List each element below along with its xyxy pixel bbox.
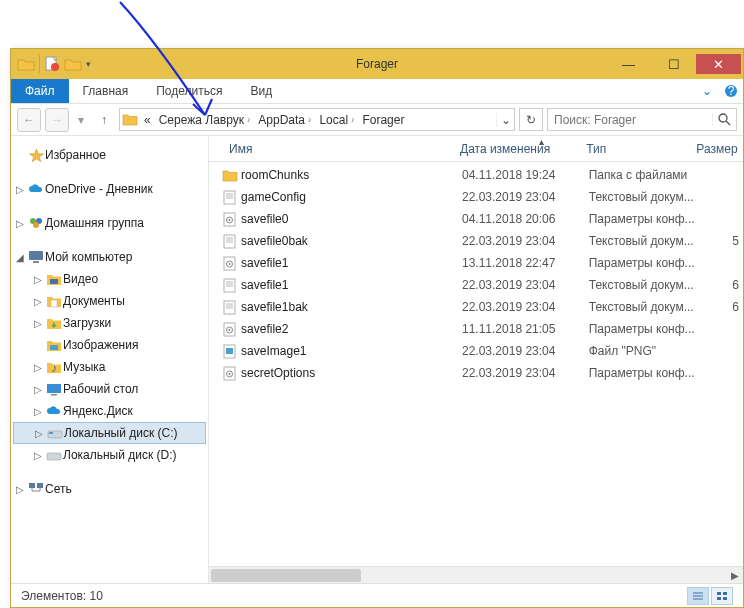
breadcrumb-item[interactable]: Local›: [315, 113, 358, 127]
new-file-icon[interactable]: [44, 56, 60, 72]
minimize-button[interactable]: —: [606, 54, 651, 74]
scrollbar-thumb[interactable]: [211, 569, 361, 582]
search-input[interactable]: [548, 113, 712, 127]
expander-icon[interactable]: ▷: [31, 450, 45, 461]
sidebar-onedrive[interactable]: ▷ OneDrive - Дневник: [13, 178, 206, 200]
navigation-pane[interactable]: Избранное ▷ OneDrive - Дневник ▷ Домашня…: [11, 136, 209, 583]
tab-view[interactable]: Вид: [236, 79, 286, 103]
status-elements-count: 10: [90, 589, 103, 603]
file-row[interactable]: savefile122.03.2019 23:04Текстовый докум…: [209, 274, 743, 296]
address-bar[interactable]: « Сережа Лаврук› AppData› Local› Forager…: [119, 108, 515, 131]
maximize-button[interactable]: ☐: [651, 54, 696, 74]
refresh-button[interactable]: ↻: [519, 108, 543, 131]
expander-icon[interactable]: ▷: [13, 184, 27, 195]
file-icon: [221, 300, 239, 315]
sidebar-item-label: Домашняя группа: [45, 216, 144, 230]
file-date: 22.03.2019 23:04: [462, 190, 589, 204]
sidebar-desktop[interactable]: ▷ Рабочий стол: [13, 378, 206, 400]
breadcrumb-item[interactable]: Сережа Лаврук›: [155, 113, 255, 127]
view-details-button[interactable]: [687, 587, 709, 605]
tab-home[interactable]: Главная: [69, 79, 143, 103]
forward-button[interactable]: →: [45, 108, 69, 132]
view-icons-button[interactable]: [711, 587, 733, 605]
sidebar-documents[interactable]: ▷ Документы: [13, 290, 206, 312]
ribbon-collapse-icon[interactable]: ⌄: [695, 79, 719, 103]
sidebar-mycomputer[interactable]: ◢ Мой компьютер: [13, 246, 206, 268]
back-button[interactable]: ←: [17, 108, 41, 132]
up-button[interactable]: ↑: [93, 109, 115, 131]
column-header-type[interactable]: Тип: [578, 142, 688, 156]
search-icon[interactable]: [712, 113, 736, 126]
expander-icon[interactable]: ▷: [31, 384, 45, 395]
file-date: 22.03.2019 23:04: [462, 344, 589, 358]
column-header-name[interactable]: Имя: [221, 142, 452, 156]
file-name: secretOptions: [239, 366, 462, 380]
sidebar-favorites[interactable]: Избранное: [13, 144, 206, 166]
breadcrumb-item[interactable]: Forager: [358, 113, 408, 127]
scroll-right-icon[interactable]: ▶: [726, 567, 743, 583]
expander-icon[interactable]: ▷: [31, 318, 45, 329]
file-row[interactable]: savefile004.11.2018 20:06Параметры конф.…: [209, 208, 743, 230]
columns-header[interactable]: ▴ Имя Дата изменения Тип Размер: [209, 136, 743, 162]
help-icon[interactable]: ?: [719, 79, 743, 103]
file-name: roomChunks: [239, 168, 462, 182]
file-row[interactable]: savefile0bak22.03.2019 23:04Текстовый до…: [209, 230, 743, 252]
explorer-window: ▾ Forager — ☐ ✕ Файл Главная Поделиться …: [10, 48, 744, 608]
svg-rect-22: [37, 483, 43, 488]
sidebar-homegroup[interactable]: ▷ Домашняя группа: [13, 212, 206, 234]
file-row[interactable]: gameConfig22.03.2019 23:04Текстовый доку…: [209, 186, 743, 208]
qat-dropdown-icon[interactable]: ▾: [86, 59, 91, 69]
expander-icon[interactable]: ◢: [13, 252, 27, 263]
breadcrumb-item[interactable]: AppData›: [254, 113, 315, 127]
sidebar-yandex-disk[interactable]: ▷ Яндекс.Диск: [13, 400, 206, 422]
sidebar-pictures[interactable]: Изображения: [13, 334, 206, 356]
sidebar-item-label: Загрузки: [63, 316, 111, 330]
file-row[interactable]: savefile211.11.2018 21:05Параметры конф.…: [209, 318, 743, 340]
column-header-size[interactable]: Размер: [688, 142, 743, 156]
expander-icon[interactable]: ▷: [32, 428, 46, 439]
close-button[interactable]: ✕: [696, 54, 741, 74]
file-row[interactable]: savefile113.11.2018 22:47Параметры конф.…: [209, 252, 743, 274]
expander-icon[interactable]: ▷: [31, 362, 45, 373]
history-dropdown-icon[interactable]: ▾: [73, 108, 89, 132]
svg-rect-17: [51, 394, 57, 396]
sort-indicator-icon: ▴: [539, 136, 544, 147]
sidebar-downloads[interactable]: ▷ Загрузки: [13, 312, 206, 334]
expander-icon[interactable]: ▷: [13, 484, 27, 495]
expander-icon[interactable]: ▷: [31, 406, 45, 417]
file-row[interactable]: saveImage122.03.2019 23:04Файл "PNG": [209, 340, 743, 362]
sidebar-item-label: Локальный диск (C:): [64, 426, 178, 440]
file-row[interactable]: roomChunks04.11.2018 19:24Папка с файлам…: [209, 164, 743, 186]
svg-rect-56: [717, 592, 721, 595]
drive-icon: [45, 449, 63, 462]
svg-rect-19: [49, 432, 53, 434]
sidebar-drive-c[interactable]: ▷ Локальный диск (C:): [13, 422, 206, 444]
sidebar-videos[interactable]: ▷ Видео: [13, 268, 206, 290]
folder-icon: [45, 317, 63, 330]
file-row[interactable]: savefile1bak22.03.2019 23:04Текстовый до…: [209, 296, 743, 318]
file-icon: [221, 322, 239, 337]
horizontal-scrollbar[interactable]: ▶: [209, 566, 743, 583]
column-header-date[interactable]: Дата изменения: [452, 142, 578, 156]
file-list[interactable]: roomChunks04.11.2018 19:24Папка с файлам…: [209, 162, 743, 566]
breadcrumb-prefix[interactable]: «: [140, 113, 155, 127]
svg-rect-11: [33, 261, 39, 263]
tab-file[interactable]: Файл: [11, 79, 69, 103]
file-row[interactable]: secretOptions22.03.2019 23:04Параметры к…: [209, 362, 743, 384]
sidebar-item-label: Документы: [63, 294, 125, 308]
svg-point-47: [229, 329, 231, 331]
tab-share[interactable]: Поделиться: [142, 79, 236, 103]
address-dropdown-icon[interactable]: ⌄: [496, 113, 514, 127]
folder-open-icon[interactable]: [64, 57, 82, 71]
sidebar-item-label: Музыка: [63, 360, 105, 374]
separator: [39, 55, 40, 73]
expander-icon[interactable]: ▷: [31, 274, 45, 285]
expander-icon[interactable]: ▷: [13, 218, 27, 229]
content-pane: ▴ Имя Дата изменения Тип Размер roomChun…: [209, 136, 743, 583]
sidebar-music[interactable]: ▷ ♪ Музыка: [13, 356, 206, 378]
search-box[interactable]: [547, 108, 737, 131]
titlebar[interactable]: ▾ Forager — ☐ ✕: [11, 49, 743, 79]
sidebar-network[interactable]: ▷ Сеть: [13, 478, 206, 500]
sidebar-drive-d[interactable]: ▷ Локальный диск (D:): [13, 444, 206, 466]
expander-icon[interactable]: ▷: [31, 296, 45, 307]
